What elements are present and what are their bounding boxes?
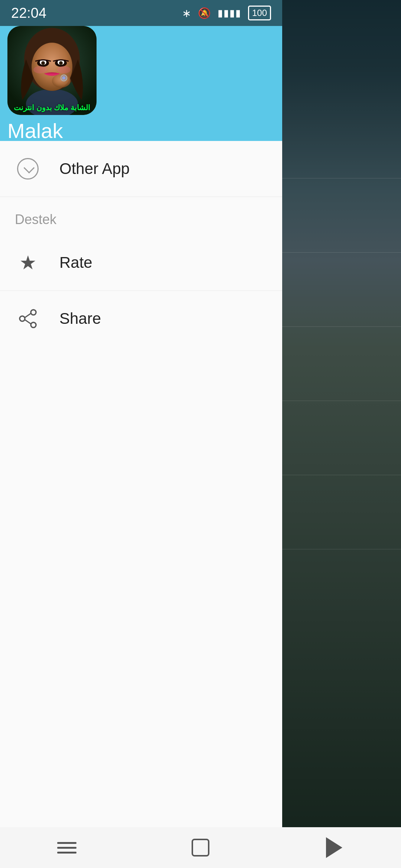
svg-line-20: [25, 320, 31, 324]
chevron-down-shape: [17, 158, 39, 180]
mute-icon: 🔕: [198, 7, 211, 19]
svg-point-17: [20, 316, 25, 321]
app-icon-svg: [7, 26, 97, 115]
nav-home-button[interactable]: [178, 833, 223, 862]
divider-2: [282, 252, 401, 253]
other-app-label: Other App: [59, 160, 130, 178]
back-icon: [326, 837, 342, 858]
nav-back-button[interactable]: [312, 833, 356, 862]
chevron-down-icon: [15, 156, 41, 182]
divider-6: [282, 549, 401, 549]
arabic-text: الشابة ملاك بدون انترنت: [7, 103, 97, 112]
share-icon-container: [15, 306, 41, 332]
right-panel-overlay: [282, 0, 401, 868]
drawer-menu: Other App Destek ★ Rate Share: [0, 141, 282, 827]
star-icon-container: ★: [15, 250, 41, 276]
hamburger-line-3: [57, 852, 76, 854]
navigation-bar: [0, 827, 401, 868]
divider-5: [282, 475, 401, 475]
app-icon-container: الشابة ملاك بدون انترنت: [7, 26, 97, 115]
app-icon: الشابة ملاك بدون انترنت: [7, 26, 97, 115]
star-icon: ★: [19, 251, 37, 274]
battery-icon: 100: [248, 6, 271, 20]
other-app-item[interactable]: Other App: [0, 141, 282, 197]
status-time: 22:04: [11, 5, 46, 21]
svg-point-18: [31, 322, 36, 328]
divider-3: [282, 326, 401, 327]
share-label: Share: [59, 310, 101, 328]
app-title: Malak: [7, 119, 63, 143]
svg-point-15: [62, 76, 66, 80]
divider-4: [282, 401, 401, 401]
svg-point-10: [59, 61, 63, 65]
section-header-destek: Destek: [0, 197, 282, 235]
bluetooth-icon: ∗: [182, 7, 191, 20]
svg-point-12: [57, 66, 71, 73]
hamburger-line-2: [57, 847, 76, 849]
hamburger-icon: [57, 842, 76, 854]
signal-icon: ▮▮▮▮: [218, 7, 241, 19]
svg-point-11: [33, 66, 47, 73]
share-icon: [18, 309, 38, 329]
rate-item[interactable]: ★ Rate: [0, 235, 282, 291]
square-icon: [192, 839, 209, 857]
svg-point-9: [41, 61, 45, 65]
status-icons: ∗ 🔕 ▮▮▮▮ 100: [182, 6, 271, 20]
svg-point-16: [31, 310, 36, 315]
nav-menu-button[interactable]: [45, 833, 89, 862]
status-bar: 22:04 ∗ 🔕 ▮▮▮▮ 100: [0, 0, 282, 26]
rate-label: Rate: [59, 254, 92, 272]
hamburger-line-1: [57, 842, 76, 844]
svg-line-19: [25, 313, 31, 318]
divider-1: [282, 178, 401, 178]
share-item[interactable]: Share: [0, 291, 282, 346]
